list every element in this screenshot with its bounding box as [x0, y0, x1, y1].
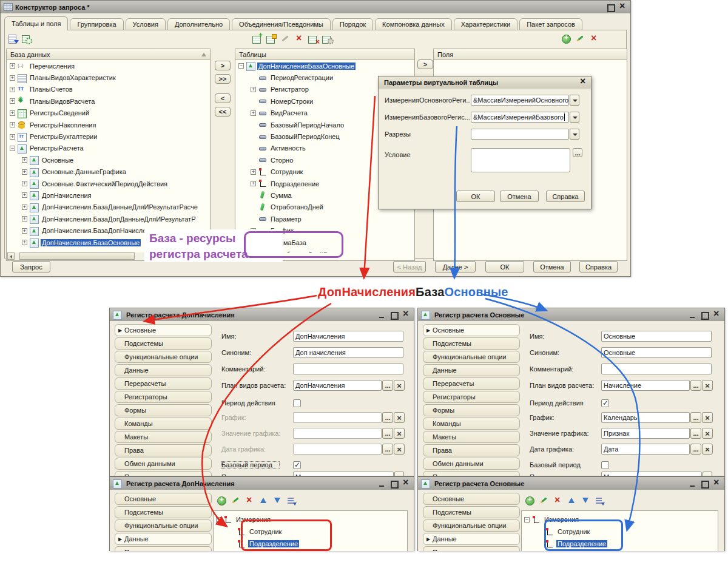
query-button[interactable]: Запрос — [12, 261, 50, 272]
field-input[interactable]: Начисление — [601, 380, 690, 391]
clear-tables-icon[interactable] — [308, 34, 318, 44]
dropdown-icon[interactable] — [703, 472, 712, 476]
field-input[interactable]: Дата — [601, 444, 690, 455]
dropdown-icon[interactable] — [570, 112, 579, 123]
edit-icon[interactable] — [280, 34, 291, 44]
tree-item[interactable]: + РегистрыСведений — [7, 107, 209, 119]
expand-toggle[interactable] — [251, 146, 256, 151]
category-tab[interactable]: ▶ Функциональные опции — [423, 519, 520, 532]
expand-toggle[interactable] — [229, 541, 235, 547]
expand-toggle[interactable]: + — [10, 122, 15, 127]
tree-item[interactable]: + ПланыВидовХарактеристик — [7, 72, 209, 83]
field-input[interactable]: Признак — [601, 428, 690, 439]
tree-item[interactable]: − ДопНачисленияБазаОсновные — [236, 60, 414, 72]
expand-toggle[interactable]: + — [22, 228, 27, 234]
tab[interactable]: Условия — [126, 18, 166, 30]
clear-button[interactable] — [702, 380, 713, 391]
tree-item[interactable]: + Основные — [7, 154, 209, 166]
expand-toggle[interactable]: − — [524, 517, 530, 523]
tab[interactable]: Объединения/Псевдонимы — [232, 18, 331, 30]
tree-item[interactable]: + ДопНачисления.БазаДанныеДляИРезультатР… — [7, 201, 209, 213]
edit-icon[interactable] — [539, 496, 549, 506]
expand-toggle[interactable]: + — [22, 157, 27, 163]
transfer-button[interactable]: < — [215, 93, 231, 103]
field-input[interactable]: ДопНачисления — [293, 380, 382, 391]
tab[interactable]: Таблицы и поля — [4, 16, 68, 30]
tree-item[interactable]: + ДопНачисления — [7, 189, 209, 201]
ellipsis-button[interactable] — [690, 444, 701, 455]
db-settings-icon[interactable] — [22, 34, 32, 44]
field-input[interactable] — [601, 364, 712, 374]
ellipsis-button[interactable] — [690, 412, 701, 423]
category-tab[interactable]: ▶ Макеты — [115, 431, 212, 443]
delete-icon[interactable] — [244, 496, 255, 506]
sort-icon[interactable] — [595, 496, 605, 506]
expand-toggle[interactable] — [251, 75, 256, 81]
condition-textarea[interactable] — [471, 148, 570, 172]
sort-icon[interactable] — [286, 496, 297, 506]
expand-toggle[interactable]: + — [251, 87, 256, 92]
category-tab[interactable]: ▶ Основные — [115, 324, 212, 336]
tree-item[interactable]: + Основные.ФактическийПериодДействия — [7, 178, 209, 189]
category-tab[interactable]: ▶ Перерасчеты — [423, 377, 520, 390]
delete-icon[interactable] — [553, 496, 563, 506]
expand-toggle[interactable]: + — [10, 75, 15, 81]
category-tab[interactable]: ▶ Функциональные опции — [115, 351, 212, 363]
expand-toggle[interactable] — [538, 529, 543, 535]
minimize-icon[interactable] — [688, 479, 697, 488]
clear-button[interactable] — [394, 428, 405, 439]
category-tab[interactable]: ▶ Прочее — [423, 471, 520, 476]
expand-toggle[interactable] — [251, 216, 256, 222]
category-tab[interactable]: ▶ Формы — [423, 404, 520, 416]
field-input[interactable] — [293, 428, 382, 439]
transfer-button[interactable]: > — [417, 59, 433, 69]
ok-button[interactable]: ОК — [456, 191, 495, 202]
clear-button[interactable] — [394, 444, 405, 455]
dropdown-icon[interactable] — [394, 472, 404, 476]
expand-toggle[interactable] — [538, 541, 543, 547]
tree-item[interactable]: + Основные.ДанныеГрафика — [7, 166, 209, 178]
category-tab[interactable]: ▶ Макеты — [423, 431, 520, 443]
expand-toggle[interactable] — [251, 192, 256, 198]
clear-button[interactable] — [394, 412, 405, 423]
category-tab[interactable]: ▶ Основные — [423, 324, 520, 336]
category-tab[interactable]: ▶ Данные — [115, 533, 212, 545]
next-button[interactable]: Далее > — [435, 261, 476, 272]
tab[interactable]: Порядок — [332, 18, 373, 30]
close-icon[interactable] — [402, 479, 411, 488]
expand-toggle[interactable]: + — [10, 98, 15, 104]
category-tab[interactable]: ▶ Подсистемы — [423, 506, 520, 518]
category-tab[interactable]: ▶ Основные — [423, 493, 520, 505]
field-input[interactable]: Месяц — [601, 472, 702, 476]
minimize-icon[interactable] — [377, 479, 386, 488]
maximize-icon[interactable] — [606, 3, 615, 12]
expand-toggle[interactable] — [251, 122, 256, 127]
tree-item[interactable]: Параметр — [236, 213, 414, 225]
category-tab[interactable]: ▶ Подсистемы — [115, 337, 212, 350]
tree-item[interactable]: + РегистрыНакопления — [7, 119, 209, 130]
panel-header[interactable]: База данных — [7, 49, 210, 60]
category-tab[interactable]: ▶ Команды — [115, 418, 212, 430]
maximize-icon[interactable] — [389, 479, 399, 488]
category-tab[interactable]: ▶ Функциональные опции — [115, 519, 212, 532]
expand-toggle[interactable]: + — [22, 216, 27, 222]
ellipsis-button[interactable] — [573, 148, 582, 157]
ellipsis-button[interactable] — [690, 428, 701, 439]
clear-button[interactable] — [394, 380, 405, 391]
field-input[interactable] — [293, 444, 382, 455]
tab[interactable]: Пакет запросов — [519, 18, 582, 30]
move-down-icon[interactable] — [581, 496, 591, 506]
category-tab[interactable]: ▶ Перерасчеты — [115, 377, 212, 390]
category-tab[interactable]: ▶ Данные — [423, 533, 520, 545]
expand-toggle[interactable]: + — [10, 63, 15, 69]
transfer-button[interactable]: > — [215, 61, 231, 70]
move-up-icon[interactable] — [258, 496, 269, 506]
add-nested-query-icon[interactable] — [266, 34, 277, 44]
clear-button[interactable] — [702, 412, 713, 423]
edit-field-icon[interactable] — [575, 34, 585, 44]
field-input[interactable]: Месяц — [293, 472, 394, 476]
remove-icon[interactable] — [294, 34, 305, 44]
category-tab[interactable]: ▶ Обмен данными — [115, 458, 212, 470]
close-icon[interactable] — [579, 78, 588, 87]
ellipsis-button[interactable] — [382, 428, 393, 439]
